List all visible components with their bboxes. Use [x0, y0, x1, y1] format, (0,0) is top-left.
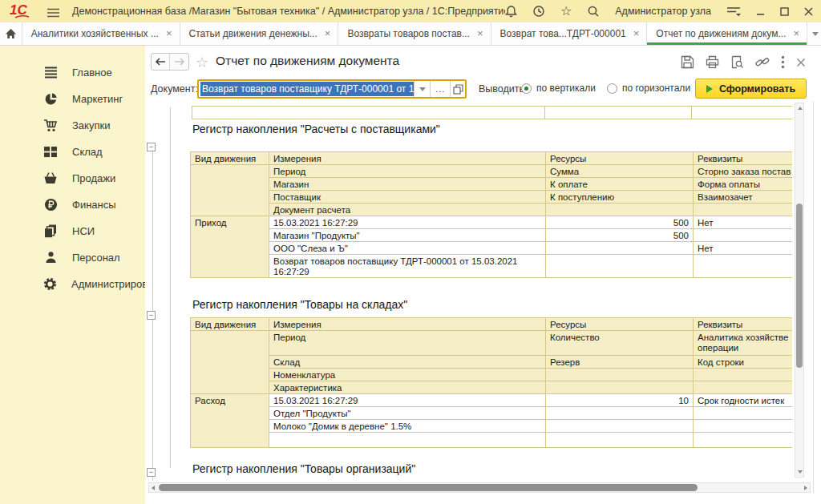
table-cell [191, 331, 269, 394]
table-cell: Магазин [269, 178, 546, 191]
column-header: Вид движения [191, 318, 269, 331]
forward-button[interactable] [170, 54, 188, 70]
sidebar-item-label: НСИ [72, 225, 95, 237]
sidebar-item-purchases[interactable]: Закупки [0, 113, 145, 137]
tab-close-icon[interactable]: × [166, 29, 172, 38]
print-preview-icon[interactable] [730, 55, 744, 69]
get-link-icon[interactable] [755, 55, 770, 69]
user-name[interactable]: Администратор узла [615, 6, 711, 17]
register-title-warehouse: Регистр накопления "Товары на складах" [192, 298, 407, 311]
horizontal-scroll-thumb[interactable] [159, 484, 698, 491]
radio-horizontal[interactable]: по горизонтали [607, 83, 690, 94]
column-header: Ресурсы [546, 152, 694, 165]
collapse-group-icon[interactable]: − [147, 143, 156, 151]
scroll-up-icon[interactable] [798, 107, 803, 110]
table-cell [694, 407, 793, 420]
scroll-down-icon[interactable] [798, 470, 803, 474]
scroll-left-icon[interactable] [152, 486, 155, 490]
back-button[interactable] [152, 54, 170, 70]
table-cell: Номенклатура [269, 369, 546, 381]
1c-logo-swoosh [14, 14, 30, 19]
table-cell [192, 106, 545, 119]
table-cell: Нет [694, 242, 793, 255]
more-menu-icon[interactable] [781, 55, 785, 69]
table-cell [546, 433, 694, 448]
column-header: Вид движения [191, 152, 269, 165]
tab-label: Статьи движения денежны... [189, 28, 317, 39]
tab-return-document[interactable]: Возврат това...ТДРТ-000001 × [491, 22, 648, 45]
table-cell: Количество [546, 331, 694, 356]
collapse-group-icon[interactable]: − [147, 468, 156, 477]
table-cell [694, 420, 793, 433]
maximize-button[interactable] [780, 7, 789, 16]
tab-analytics[interactable]: Аналитики хозяйственных ... × [22, 22, 180, 45]
cart-icon [43, 119, 58, 132]
tab-label: Возвраты товаров постав... [347, 28, 470, 39]
generate-button-label: Сформировать [719, 83, 795, 95]
tabs-overflow-button[interactable] [809, 22, 821, 45]
tab-close-icon[interactable]: × [325, 29, 331, 38]
table-cell [694, 381, 793, 394]
table-cell: Сумма [546, 165, 694, 178]
tab-returns-list[interactable]: Возвраты товаров постав... × [338, 22, 491, 45]
table-cell [546, 369, 694, 381]
table-cell: ООО "Слеза и Ъ" [269, 242, 546, 255]
table-cell: Резерв [546, 356, 694, 369]
sidebar-item-warehouse[interactable]: Склад [0, 139, 145, 163]
1c-logo[interactable]: 1С [10, 2, 37, 20]
print-icon[interactable] [706, 55, 719, 69]
search-icon[interactable] [587, 5, 600, 18]
horizontal-scrollbar[interactable] [148, 482, 811, 493]
save-icon[interactable] [681, 55, 694, 69]
vertical-scroll-thumb[interactable] [796, 204, 803, 368]
main-menu-icon[interactable] [47, 6, 60, 21]
home-tab[interactable] [0, 22, 22, 45]
notifications-bell-icon[interactable] [505, 5, 517, 18]
table-cell [544, 106, 692, 119]
register-title-suppliers: Регистр накопления "Расчеты с поставщика… [192, 123, 440, 135]
document-dropdown-button[interactable] [414, 81, 430, 97]
tab-cashflow-items[interactable]: Статьи движения денежны... × [180, 22, 339, 45]
sidebar-item-marketing[interactable]: Маркетинг [0, 87, 145, 111]
tab-label: Аналитики хозяйственных ... [31, 28, 159, 39]
application-window: 1С Демонстрационная база /Магазин "Бытов… [0, 0, 821, 504]
document-choose-button[interactable]: ... [430, 81, 450, 97]
tab-close-icon[interactable]: × [793, 29, 799, 38]
favorite-star-icon[interactable]: ☆ [196, 54, 208, 71]
sidebar-item-label: Закупки [72, 119, 110, 131]
table-cell [694, 369, 793, 381]
sidebar-item-sales[interactable]: Продажи [0, 166, 145, 190]
history-icon[interactable] [532, 5, 545, 18]
scroll-right-icon[interactable] [804, 486, 807, 490]
generate-button[interactable]: Сформировать [695, 79, 807, 99]
sidebar-item-nsi[interactable]: НСИ [0, 219, 145, 243]
sidebar-item-finance[interactable]: Финансы [0, 192, 145, 216]
table-cell [546, 420, 694, 433]
table-cell [546, 407, 694, 420]
tab-close-icon[interactable]: × [477, 29, 483, 38]
table-cell [546, 204, 694, 216]
document-field-label: Документ: [151, 83, 198, 95]
minimize-button[interactable] [756, 7, 765, 16]
sidebar-item-personnel[interactable]: Персонал [0, 245, 145, 269]
collapse-group-icon[interactable]: − [147, 311, 156, 320]
radio-vertical[interactable]: по вертикали [521, 83, 596, 94]
grouping-line [170, 107, 171, 468]
close-window-button[interactable] [804, 7, 813, 16]
tab-document-movements-report[interactable]: Отчет по движениям докум... × [647, 22, 807, 45]
vertical-scrollbar[interactable] [795, 103, 804, 478]
service-menu-icon[interactable] [726, 6, 741, 17]
register-title-org-goods: Регистр накопления "Товары организаций" [192, 462, 415, 475]
table-cell [694, 229, 793, 242]
tab-close-icon[interactable]: × [633, 29, 640, 38]
table-cell [694, 204, 793, 216]
report-form: ☆ Отчет по движениям документа [145, 46, 821, 504]
close-form-icon[interactable] [796, 58, 806, 67]
document-field: Возврат товаров поставщику ТДРТ-000001 о… [197, 79, 467, 99]
favorites-star-icon[interactable]: ☆ [560, 5, 572, 18]
document-open-icon[interactable] [450, 81, 465, 97]
document-input[interactable]: Возврат товаров поставщику ТДРТ-000001 о… [199, 81, 414, 97]
sidebar-item-administration[interactable]: Администрирование [0, 272, 145, 296]
sidebar-item-main[interactable]: Главное [0, 60, 145, 84]
table-cell: Период [269, 165, 546, 178]
